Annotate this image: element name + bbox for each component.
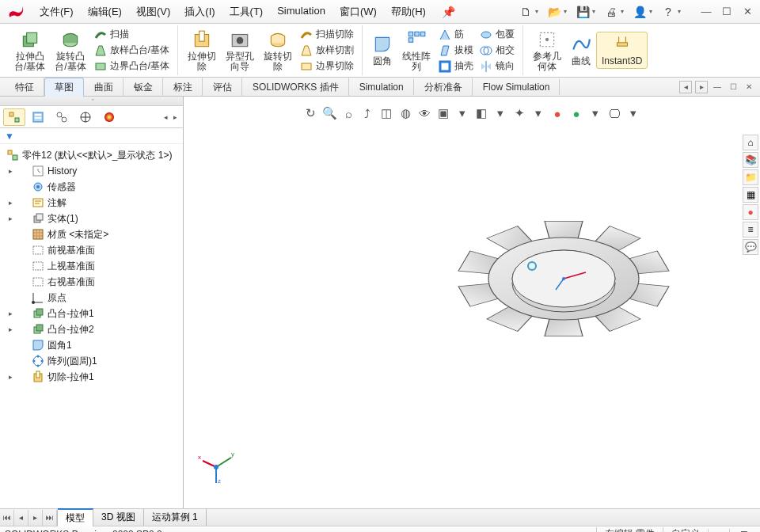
expand-icon[interactable]: ▸ bbox=[6, 215, 14, 222]
tab-annotate[interactable]: 标注 bbox=[163, 78, 203, 97]
taskpane-library-icon[interactable]: 📚 bbox=[743, 152, 758, 168]
tree-item[interactable]: ▸切除-拉伸1 bbox=[0, 369, 183, 385]
btab-first-icon[interactable]: ⏮ bbox=[0, 510, 14, 526]
tree-item[interactable]: 传感器 bbox=[0, 179, 183, 195]
qat-help-icon[interactable]: ? bbox=[660, 4, 676, 20]
ref-geometry-button[interactable]: 参考几 何体 bbox=[528, 28, 566, 74]
dimxpert-tab-icon[interactable] bbox=[74, 108, 97, 126]
taskpane-custom-icon[interactable]: ≡ bbox=[743, 222, 758, 238]
expand-icon[interactable]: ▸ bbox=[6, 310, 14, 317]
graphics-area[interactable]: ↻ 🔍 ⌕ ⤴ ◫ ◍ 👁 ▣ ▾ ◧ ▾ ✦ ▾ ● ● ▾ 🖵 ▾ bbox=[184, 97, 760, 508]
curves-button[interactable]: 曲线 bbox=[566, 32, 596, 68]
tree-item[interactable]: ▸凸台-拉伸1 bbox=[0, 306, 183, 321]
menu-window[interactable]: 窗口(W) bbox=[333, 2, 383, 21]
taskpane-view-icon[interactable]: ▦ bbox=[743, 187, 758, 203]
doc-max-icon[interactable]: ☐ bbox=[727, 81, 739, 93]
rib-button[interactable]: 筋 bbox=[435, 27, 477, 42]
qat-open-icon[interactable]: 📂 bbox=[546, 4, 562, 20]
tab-evaluate[interactable]: 评估 bbox=[203, 78, 242, 97]
qat-save-drop[interactable]: ▾ bbox=[592, 8, 598, 15]
tree-item[interactable]: 右视基准面 bbox=[0, 274, 183, 290]
qat-user-drop[interactable]: ▾ bbox=[649, 8, 656, 15]
doc-close-icon[interactable]: ✕ bbox=[743, 81, 755, 93]
view-drop5-icon[interactable]: ▾ bbox=[625, 104, 642, 122]
doc-next-icon[interactable]: ▸ bbox=[695, 81, 708, 93]
btab-last-icon[interactable]: ⏭ bbox=[43, 510, 57, 526]
taskpane-appearance-icon[interactable]: ● bbox=[743, 204, 758, 220]
menu-edit[interactable]: 编辑(E) bbox=[82, 2, 128, 21]
menu-tools[interactable]: 工具(T) bbox=[223, 2, 270, 21]
cut-revolve-button[interactable]: 旋转切 除 bbox=[259, 28, 297, 74]
tab-addins[interactable]: SOLIDWORKS 插件 bbox=[242, 78, 349, 97]
tree-item[interactable]: 阵列(圆周)1 bbox=[0, 353, 183, 369]
menu-file[interactable]: 文件(F) bbox=[33, 2, 80, 21]
bottom-tab-motion[interactable]: 运动算例 1 bbox=[144, 509, 207, 526]
qat-open-drop[interactable]: ▾ bbox=[564, 8, 570, 15]
property-mgr-tab-icon[interactable] bbox=[27, 108, 49, 126]
panel-drag-handle[interactable] bbox=[0, 97, 183, 106]
cut-loft-button[interactable]: 放样切割 bbox=[297, 43, 357, 58]
tree-item[interactable]: 前视基准面 bbox=[0, 242, 183, 258]
section-view-icon[interactable]: ◫ bbox=[378, 104, 395, 122]
menu-simulation[interactable]: Simulation bbox=[271, 2, 332, 21]
tab-sketch[interactable]: 草图 bbox=[44, 78, 84, 97]
tab-surface[interactable]: 曲面 bbox=[84, 78, 124, 97]
bottom-tab-model[interactable]: 模型 bbox=[58, 508, 93, 526]
boss-extrude-button[interactable]: 拉伸凸 台/基体 bbox=[10, 28, 50, 74]
zoom-area-icon[interactable]: ⌕ bbox=[340, 104, 357, 122]
loft-button[interactable]: 放样凸台/基体 bbox=[91, 43, 173, 58]
tree-item[interactable]: ▸注解 bbox=[0, 195, 183, 211]
view-cube-icon[interactable]: ▣ bbox=[435, 104, 452, 122]
qat-print-icon[interactable]: 🖨 bbox=[603, 4, 619, 20]
view-triad-icon[interactable]: x y z bbox=[196, 445, 236, 484]
btab-prev-icon[interactable]: ◂ bbox=[14, 510, 28, 526]
view-drop2-icon[interactable]: ▾ bbox=[492, 104, 509, 122]
bottom-tab-3dview[interactable]: 3D 视图 bbox=[93, 509, 144, 526]
status-unit-icon[interactable]: ▾ bbox=[708, 529, 729, 533]
sweep-button[interactable]: 扫描 bbox=[91, 27, 173, 42]
taskpane-explorer-icon[interactable]: 📁 bbox=[743, 169, 758, 185]
zoom-fit-icon[interactable]: 🔍 bbox=[321, 104, 338, 122]
view-cube2-icon[interactable]: ◧ bbox=[473, 104, 490, 122]
filter-icon[interactable]: ▼ bbox=[5, 131, 14, 142]
config-mgr-tab-icon[interactable] bbox=[51, 108, 73, 126]
scene-icon[interactable]: ✦ bbox=[511, 104, 528, 122]
menu-insert[interactable]: 插入(I) bbox=[178, 2, 221, 21]
expand-icon[interactable]: ▸ bbox=[6, 199, 14, 207]
view-drop4-icon[interactable]: ▾ bbox=[587, 104, 604, 122]
cut-extrude-button[interactable]: 拉伸切 除 bbox=[183, 28, 221, 74]
cut-sweep-button[interactable]: 扫描切除 bbox=[297, 27, 357, 42]
prev-view-icon[interactable]: ⤴ bbox=[359, 104, 376, 122]
status-tag-icon[interactable]: 🏷 bbox=[729, 529, 755, 533]
boss-revolve-button[interactable]: 旋转凸 台/基体 bbox=[50, 28, 90, 74]
render-icon[interactable]: 🖵 bbox=[606, 104, 623, 122]
tree-item[interactable]: ▸History bbox=[0, 163, 183, 179]
tree-root[interactable]: 零件12 (默认<<默认>_显示状态 1>) bbox=[0, 147, 183, 163]
qat-new-drop[interactable]: ▾ bbox=[535, 8, 542, 15]
draft-button[interactable]: 拔模 bbox=[435, 43, 477, 58]
qat-save-icon[interactable]: 💾 bbox=[575, 4, 591, 20]
panel-tab-prev-icon[interactable]: ◂ bbox=[161, 113, 170, 121]
tab-sheetmetal[interactable]: 钣金 bbox=[124, 78, 163, 97]
window-maximize-icon[interactable]: ☐ bbox=[717, 4, 736, 20]
tab-flow-sim[interactable]: Flow Simulation bbox=[473, 78, 560, 95]
hide-show-icon[interactable]: 👁 bbox=[416, 104, 433, 122]
wrap-button[interactable]: 包覆 bbox=[477, 27, 518, 42]
menu-view[interactable]: 视图(V) bbox=[130, 2, 177, 21]
qat-print-drop[interactable]: ▾ bbox=[621, 8, 627, 15]
tree-item[interactable]: ▸实体(1) bbox=[0, 211, 183, 226]
tree-item[interactable]: 原点 bbox=[0, 290, 183, 306]
taskpane-home-icon[interactable]: ⌂ bbox=[743, 135, 758, 150]
doc-prev-icon[interactable]: ◂ bbox=[679, 81, 692, 93]
tree-item[interactable]: 材质 <未指定> bbox=[0, 226, 183, 242]
view-drop3-icon[interactable]: ▾ bbox=[530, 104, 547, 122]
hole-wizard-button[interactable]: 异型孔 向导 bbox=[221, 28, 259, 74]
instant3d-button[interactable]: Instant3D bbox=[596, 32, 648, 69]
intersect-button[interactable]: 相交 bbox=[477, 43, 518, 58]
tree-item[interactable]: 圆角1 bbox=[0, 337, 183, 353]
doc-min-icon[interactable]: ― bbox=[711, 81, 724, 93]
tab-feature[interactable]: 特征 bbox=[5, 78, 44, 97]
linear-pattern-button[interactable]: 线性阵 列 bbox=[397, 28, 435, 74]
panel-tab-next-icon[interactable]: ▸ bbox=[170, 113, 180, 121]
fillet-button[interactable]: 圆角 bbox=[367, 32, 397, 68]
